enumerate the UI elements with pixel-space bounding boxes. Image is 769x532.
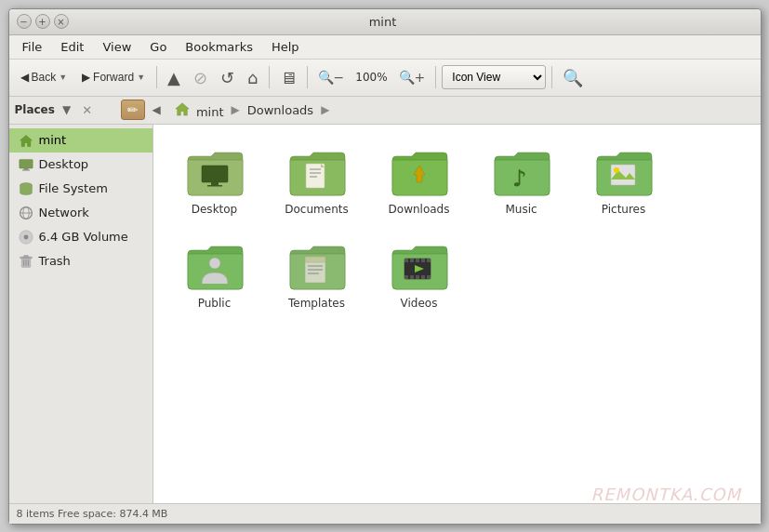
toolbar-separator-4 xyxy=(435,66,436,88)
public-folder-icon xyxy=(185,241,245,291)
svg-rect-28 xyxy=(305,257,325,262)
sidebar: mint Desktop File System xyxy=(9,125,153,503)
main-window: − + × mint File Edit View Go Bookmarks H… xyxy=(8,8,762,525)
forward-arrow-icon: ▶ xyxy=(82,71,90,84)
music-folder-icon: ♪ xyxy=(492,147,551,197)
forward-button[interactable]: ▶ Forward ▼ xyxy=(76,68,151,86)
menu-help[interactable]: Help xyxy=(264,38,307,56)
svg-rect-17 xyxy=(207,185,222,187)
sidebar-item-trash[interactable]: Trash xyxy=(9,249,152,273)
menu-view[interactable]: View xyxy=(95,38,139,56)
close-button[interactable]: × xyxy=(54,14,69,29)
toolbar-separator-3 xyxy=(307,66,308,88)
svg-text:♪: ♪ xyxy=(512,166,526,192)
maximize-button[interactable]: + xyxy=(35,14,50,29)
documents-folder-label: Documents xyxy=(285,203,348,218)
file-item-documents[interactable]: Documents xyxy=(271,140,364,225)
menu-bookmarks[interactable]: Bookmarks xyxy=(178,38,260,56)
places-header: Places ▼ ✕ xyxy=(15,101,117,119)
file-item-desktop[interactable]: Desktop xyxy=(168,140,261,225)
breadcrumb-separator: ▶ xyxy=(232,103,240,116)
svg-rect-15 xyxy=(202,166,228,182)
home-sidebar-icon xyxy=(19,133,33,148)
downloads-folder-icon xyxy=(390,147,449,197)
svg-point-25 xyxy=(614,167,619,173)
reload-icon[interactable]: ↺ xyxy=(216,65,239,90)
file-item-public[interactable]: Public xyxy=(168,233,261,319)
forward-dropdown-icon: ▼ xyxy=(137,73,145,82)
location-toggle-button[interactable]: ✏ xyxy=(121,100,145,120)
locationbar: Places ▼ ✕ ✏ ◀ mint ▶ Downloads ▶ xyxy=(9,97,761,125)
zoom-level: 100% xyxy=(351,71,391,84)
places-dropdown-icon[interactable]: ▼ xyxy=(59,101,74,118)
filesystem-sidebar-icon xyxy=(19,181,33,196)
sidebar-label-volume: 6.4 GB Volume xyxy=(39,230,128,244)
titlebar-controls: − + × xyxy=(17,14,69,29)
svg-rect-38 xyxy=(404,275,408,279)
sidebar-item-mint[interactable]: mint xyxy=(9,128,152,153)
svg-rect-42 xyxy=(427,275,431,279)
public-folder-label: Public xyxy=(198,297,232,312)
computer-icon[interactable]: 🖥 xyxy=(275,65,301,90)
pictures-folder-label: Pictures xyxy=(602,203,646,218)
toolbar-separator-5 xyxy=(551,66,552,88)
pictures-folder-icon xyxy=(594,147,654,197)
svg-rect-36 xyxy=(421,259,425,262)
svg-rect-11 xyxy=(23,255,28,257)
search-icon[interactable]: 🔍 xyxy=(558,65,588,90)
breadcrumb-downloads[interactable]: Downloads xyxy=(242,101,319,119)
videos-folder-label: Videos xyxy=(401,297,438,312)
volume-sidebar-icon xyxy=(19,230,33,245)
sidebar-label-trash: Trash xyxy=(39,254,71,268)
file-item-downloads[interactable]: Downloads xyxy=(373,140,466,225)
svg-point-26 xyxy=(209,258,220,269)
file-item-music[interactable]: ♪ Music xyxy=(475,140,568,225)
desktop-folder-label: Desktop xyxy=(192,203,238,218)
breadcrumb: mint ▶ Downloads ▶ xyxy=(168,100,330,121)
home-breadcrumb-icon xyxy=(174,101,191,116)
network-sidebar-icon xyxy=(19,206,33,220)
back-arrow-icon: ◀ xyxy=(20,71,29,84)
toolbar-separator-2 xyxy=(269,66,270,88)
sidebar-item-desktop[interactable]: Desktop xyxy=(9,153,152,177)
zoom-in-icon[interactable]: 🔍+ xyxy=(394,67,431,87)
statusbar: 8 items Free space: 874.4 MB xyxy=(9,503,761,524)
trash-sidebar-icon xyxy=(19,254,33,269)
back-button[interactable]: ◀ Back ▼ xyxy=(15,68,73,86)
desktop-sidebar-icon xyxy=(19,157,33,172)
minimize-button[interactable]: − xyxy=(17,14,32,29)
places-close-icon[interactable]: ✕ xyxy=(78,101,96,119)
sidebar-item-filesystem[interactable]: File System xyxy=(9,177,152,201)
zoom-out-icon[interactable]: 🔍− xyxy=(313,67,350,87)
window-title: mint xyxy=(69,15,697,29)
sidebar-label-mint: mint xyxy=(39,133,67,147)
sidebar-label-desktop: Desktop xyxy=(39,157,89,171)
menu-file[interactable]: File xyxy=(15,38,50,56)
svg-rect-0 xyxy=(19,159,32,168)
sidebar-item-network[interactable]: Network xyxy=(9,201,152,225)
sidebar-item-volume[interactable]: 6.4 GB Volume xyxy=(9,225,152,249)
svg-rect-39 xyxy=(410,275,414,279)
file-item-pictures[interactable]: Pictures xyxy=(577,140,670,225)
back-label: Back xyxy=(32,71,57,84)
home-icon[interactable]: ⌂ xyxy=(243,65,262,90)
breadcrumb-home[interactable]: mint xyxy=(168,100,230,121)
menu-go[interactable]: Go xyxy=(142,38,174,56)
view-select[interactable]: Icon View List View Compact View xyxy=(442,65,546,89)
svg-point-8 xyxy=(23,234,28,239)
back-dropdown-icon: ▼ xyxy=(59,73,67,82)
statusbar-text: 8 items Free space: 874.4 MB xyxy=(17,508,168,520)
titlebar: − + × mint xyxy=(9,9,761,35)
stop-icon[interactable]: ⊘ xyxy=(189,65,212,90)
file-item-videos[interactable]: Videos xyxy=(373,233,466,319)
nav-back-icon[interactable]: ◀ xyxy=(149,101,165,118)
places-label: Places xyxy=(15,103,55,116)
svg-rect-1 xyxy=(23,168,28,170)
menu-edit[interactable]: Edit xyxy=(53,38,91,56)
up-icon[interactable]: ▲ xyxy=(163,65,185,90)
documents-folder-icon xyxy=(287,147,347,197)
svg-rect-40 xyxy=(416,275,419,279)
file-item-templates[interactable]: Templates xyxy=(271,233,364,319)
breadcrumb-end-separator: ▶ xyxy=(321,103,329,116)
file-grid: Desktop Documents xyxy=(168,140,746,319)
